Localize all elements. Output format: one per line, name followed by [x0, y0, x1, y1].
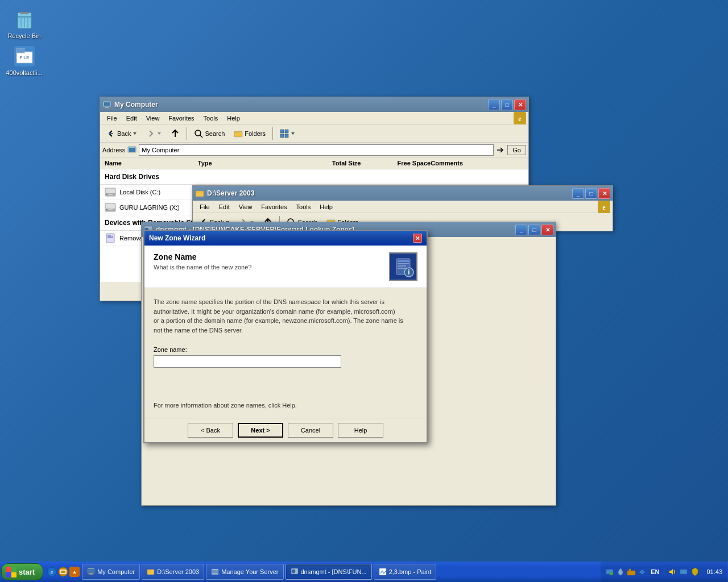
dserver-menu-file[interactable]: File	[195, 202, 214, 211]
tray-volume-icon[interactable]	[668, 567, 677, 576]
svg-rect-38	[111, 235, 113, 236]
search-label: Search	[205, 130, 225, 137]
svg-rect-78	[629, 569, 631, 571]
svg-rect-25	[285, 134, 288, 138]
view-button[interactable]	[276, 127, 299, 140]
help-wizard-btn[interactable]: Help	[338, 423, 383, 438]
system-tray: EN	[605, 567, 661, 576]
svg-rect-35	[108, 209, 113, 210]
minimize-dns-btn[interactable]: _	[515, 225, 527, 235]
dserver-menu-tools[interactable]: Tools	[292, 202, 316, 211]
dserver-menu-favorites[interactable]: Favorites	[257, 202, 291, 211]
taskbar: start e ★ My Computer D:\Server 2003 Man…	[0, 562, 728, 582]
address-label: Address	[102, 147, 125, 153]
tray-network-icon	[679, 567, 688, 576]
svg-rect-49	[398, 260, 409, 262]
tray-language: EN	[648, 568, 661, 575]
my-computer-toolbar: Back Search Folders	[100, 124, 528, 143]
up-button[interactable]	[167, 127, 184, 140]
restore-dns-btn[interactable]: □	[528, 225, 540, 235]
svg-text:i: i	[408, 268, 410, 276]
start-label: start	[19, 568, 35, 576]
my-computer-address-bar: Address Go	[100, 143, 528, 157]
svg-line-20	[200, 135, 202, 138]
taskbar-paint-label: 2,3.bmp - Paint	[389, 568, 432, 575]
svg-rect-80	[680, 569, 687, 574]
wizard-title: New Zone Wizard	[149, 234, 413, 242]
wizard-header-subtitle: What is the name of the new zone?	[154, 264, 382, 271]
wizard-header: Zone Name What is the name of the new zo…	[144, 246, 427, 288]
wizard-titlebar[interactable]: New Zone Wizard ✕	[144, 231, 427, 246]
recycle-bin-icon[interactable]: Recycle Bin	[3, 6, 46, 41]
minimize-btn[interactable]: _	[488, 99, 500, 110]
svg-rect-24	[280, 134, 284, 138]
close-btn[interactable]: ✕	[514, 99, 526, 110]
menu-view[interactable]: View	[142, 114, 164, 123]
menu-favorites[interactable]: Favorites	[164, 114, 198, 123]
go-button[interactable]: Go	[507, 145, 526, 155]
dserver-titlebar[interactable]: D:\Server 2003 _ □ ✕	[193, 186, 613, 201]
back-button[interactable]: Back	[102, 127, 141, 140]
wizard-close-btn[interactable]: ✕	[413, 234, 422, 243]
toolbar-sep-2	[272, 127, 273, 140]
dserver-menu-edit[interactable]: Edit	[214, 202, 234, 211]
menu-edit[interactable]: Edit	[122, 114, 142, 123]
svg-text:e: e	[518, 115, 522, 123]
back-wizard-btn[interactable]: < Back	[188, 423, 233, 438]
forward-button[interactable]	[142, 127, 166, 140]
svg-rect-31	[108, 194, 113, 195]
tray-icon-2	[616, 567, 625, 576]
svg-point-76	[610, 572, 613, 575]
taskbar-paint[interactable]: 2,3.bmp - Paint	[374, 564, 437, 580]
menu-file[interactable]: File	[102, 114, 122, 123]
menu-tools[interactable]: Tools	[199, 114, 223, 123]
back-label: Back	[117, 130, 131, 137]
wizard-icon: i	[389, 252, 417, 281]
svg-text:e: e	[602, 203, 606, 211]
svg-rect-67	[89, 573, 93, 575]
svg-rect-51	[398, 265, 406, 267]
taskbar-manage-server-label: Manage Your Server	[221, 568, 278, 575]
svg-rect-10	[16, 48, 24, 53]
col-total-size: Total Size	[291, 159, 361, 168]
next-wizard-btn[interactable]: Next >	[238, 423, 283, 438]
close-dserver-btn[interactable]: ✕	[598, 188, 610, 199]
svg-rect-58	[11, 572, 16, 577]
taskbar-dserver[interactable]: D:\Server 2003	[142, 564, 204, 580]
folders-button[interactable]: Folders	[230, 127, 270, 140]
restore-btn[interactable]: □	[501, 99, 513, 110]
start-button[interactable]: start	[1, 563, 43, 580]
400volt-icon[interactable]: FILE 400voltactli...	[3, 43, 46, 78]
toolbar-sep-1	[187, 127, 187, 140]
svg-rect-4	[20, 12, 28, 14]
restore-dserver-btn[interactable]: □	[585, 188, 597, 199]
taskbar-dnsmgmt-label: dnsmgmt - [DNS\FUN...	[301, 568, 367, 575]
cancel-wizard-btn[interactable]: Cancel	[288, 423, 333, 438]
folders-label: Folders	[245, 130, 266, 137]
wizard-help-text: For more information about zone names, c…	[154, 402, 417, 409]
svg-rect-50	[398, 263, 409, 264]
my-computer-titlebar[interactable]: My Computer _ □ ✕	[100, 97, 528, 112]
dserver-menu-help[interactable]: Help	[315, 202, 337, 211]
taskbar-manage-server[interactable]: Manage Your Server	[206, 564, 283, 580]
minimize-dserver-btn[interactable]: _	[572, 188, 584, 199]
menu-help[interactable]: Help	[222, 114, 245, 123]
close-dns-btn[interactable]: ✕	[541, 225, 553, 235]
svg-rect-77	[627, 571, 635, 575]
taskbar-time: 01:43	[702, 568, 722, 575]
svg-rect-21	[234, 131, 242, 137]
address-input[interactable]	[139, 144, 494, 156]
svg-text:e: e	[51, 569, 53, 575]
taskbar-dserver-label: D:\Server 2003	[157, 568, 199, 575]
taskbar-my-computer-label: My Computer	[97, 568, 135, 575]
svg-rect-55	[6, 567, 11, 572]
tray-security-icon	[690, 567, 700, 576]
taskbar-my-computer[interactable]: My Computer	[82, 564, 140, 580]
taskbar-dnsmgmt[interactable]: dnsmgmt - [DNS\FUN...	[286, 564, 372, 580]
search-button[interactable]: Search	[190, 127, 229, 140]
zone-name-input[interactable]	[154, 355, 341, 368]
svg-point-73	[292, 569, 295, 573]
svg-point-34	[106, 209, 107, 210]
dserver-menu-view[interactable]: View	[234, 202, 257, 211]
svg-rect-69	[147, 569, 154, 575]
